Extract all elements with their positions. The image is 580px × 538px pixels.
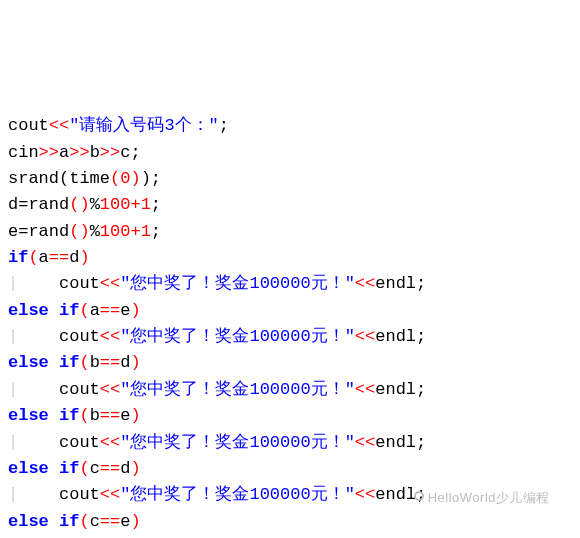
ident-cout: cout — [8, 116, 49, 135]
func-time: time — [69, 169, 110, 188]
kw-if: if — [8, 248, 28, 267]
op-stream-in: >> — [39, 143, 59, 162]
var-e: e — [8, 222, 18, 241]
var-b: b — [90, 143, 100, 162]
num-zero: 0 — [120, 169, 130, 188]
kw-else: else — [8, 301, 49, 320]
num-one: 1 — [141, 195, 151, 214]
ident-endl: endl — [375, 274, 416, 293]
op-mod: % — [90, 195, 100, 214]
op-stream-out: << — [49, 116, 69, 135]
indent-guide: | — [8, 274, 18, 293]
code-block: cout<<"请输入号码3个："; cin>>a>>b>>c; srand(ti… — [8, 113, 572, 538]
func-rand: rand — [28, 195, 69, 214]
var-a: a — [59, 143, 69, 162]
op-plus: + — [130, 195, 140, 214]
watermark-text: HelloWorld少儿编程 — [428, 490, 550, 505]
semicolon: ; — [219, 116, 229, 135]
watermark-icon — [414, 491, 424, 501]
ident-cin: cin — [8, 143, 39, 162]
string-win: "您中奖了！奖金100000元！" — [120, 274, 355, 293]
var-d: d — [8, 195, 18, 214]
op-assign: = — [18, 195, 28, 214]
watermark: HelloWorld少儿编程 — [414, 488, 550, 508]
op-eqeq: == — [49, 248, 69, 267]
func-srand: srand — [8, 169, 59, 188]
var-c: c — [120, 143, 130, 162]
string-prompt: "请输入号码3个：" — [69, 116, 219, 135]
num-hundred: 100 — [100, 195, 131, 214]
